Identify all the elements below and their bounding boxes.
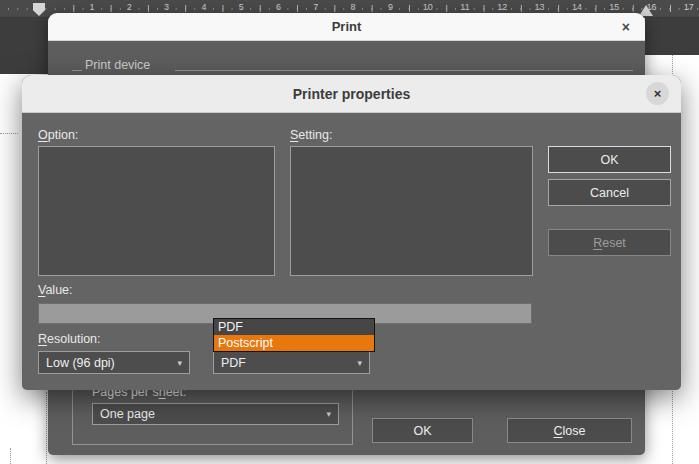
setting-listbox[interactable] (290, 146, 533, 276)
format-select[interactable]: PDF ▾ (213, 351, 370, 374)
close-icon[interactable]: × (622, 20, 630, 34)
properties-reset-button[interactable]: Reset (548, 229, 671, 256)
option-label: Option: (38, 128, 78, 142)
screen: 1234567891011121314151617 Print × Print … (0, 0, 699, 464)
close-icon: × (654, 86, 662, 101)
value-label: Value: (38, 283, 73, 297)
pages-per-sheet-select[interactable]: One page ▾ (92, 403, 339, 425)
properties-dialog-titlebar[interactable]: Printer properties × (22, 75, 681, 113)
chevron-down-icon: ▾ (177, 358, 182, 368)
properties-ok-button[interactable]: OK (548, 146, 671, 173)
text-boundary-line-far-left (10, 448, 11, 464)
chevron-down-icon: ▾ (357, 358, 362, 368)
resolution-label: Resolution: (38, 332, 101, 346)
text-boundary-line-left (46, 392, 47, 464)
dropdown-item-postscript[interactable]: Postscript (214, 335, 374, 351)
properties-dialog-title: Printer properties (293, 86, 410, 102)
dropdown-item-pdf[interactable]: PDF (214, 319, 374, 335)
print-device-frame (72, 70, 82, 71)
print-dialog-titlebar[interactable]: Print × (48, 13, 645, 41)
indent-marker-icon[interactable] (33, 3, 45, 16)
print-dialog-title: Print (332, 19, 362, 34)
print-close-button[interactable]: Close (507, 418, 632, 443)
app-background-top-left (0, 17, 55, 74)
option-listbox[interactable] (38, 146, 275, 276)
print-ok-button[interactable]: OK (372, 418, 473, 443)
close-button[interactable]: × (646, 82, 669, 105)
dropdown-popup: PDF Postscript (213, 318, 375, 352)
resolution-select[interactable]: Low (96 dpi) ▾ (38, 351, 190, 374)
chevron-down-icon: ▾ (326, 409, 331, 419)
print-device-frame (175, 70, 633, 71)
text-boundary-line-top (0, 133, 18, 134)
properties-cancel-button[interactable]: Cancel (548, 179, 671, 206)
app-background-top-right (645, 17, 699, 55)
print-device-group-label: Print device (85, 58, 150, 72)
printer-properties-dialog: Printer properties × Option: Setting: OK… (22, 75, 681, 390)
setting-label: Setting: (290, 128, 332, 142)
